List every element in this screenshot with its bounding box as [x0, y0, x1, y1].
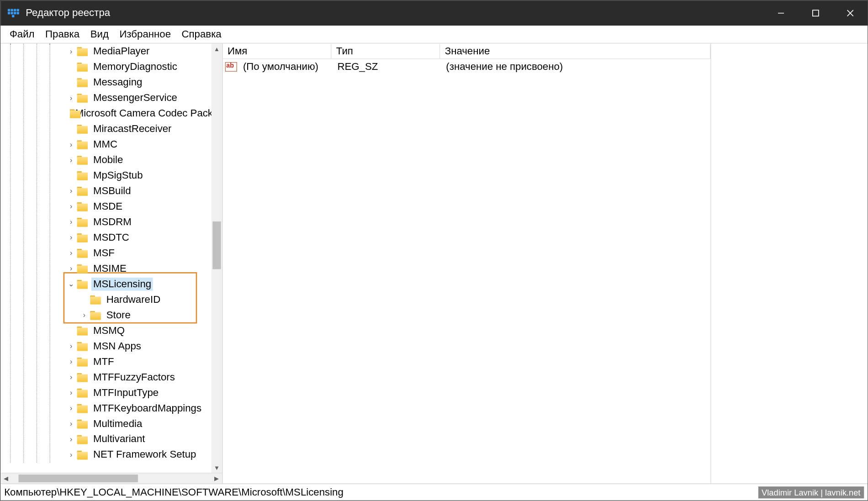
- chevron-right-icon[interactable]: ›: [66, 435, 76, 443]
- registry-tree[interactable]: ›MediaPlayer›MemoryDiagnostic›Messaging›…: [0, 43, 211, 473]
- menu-file[interactable]: Файл: [4, 26, 40, 42]
- tree-item[interactable]: ›MSDE: [0, 199, 211, 214]
- tree-item[interactable]: ›NET Framework Setup: [0, 447, 211, 463]
- tree-item[interactable]: ›MSBuild: [0, 183, 211, 199]
- values-list[interactable]: (По умолчанию) REG_SZ (значение не присв…: [223, 59, 711, 483]
- chevron-right-icon[interactable]: ›: [66, 233, 76, 242]
- tree-item[interactable]: ›MTFFuzzyFactors: [0, 369, 211, 385]
- column-type[interactable]: Тип: [331, 44, 440, 58]
- minimize-button[interactable]: [764, 0, 799, 26]
- tree-item-label: MMC: [91, 138, 119, 151]
- chevron-right-icon[interactable]: ›: [79, 311, 89, 319]
- tree-item-label: MTFInputType: [91, 386, 160, 400]
- tree-item-label: MSF: [91, 247, 116, 260]
- chevron-right-icon[interactable]: ›: [66, 187, 76, 195]
- chevron-down-icon[interactable]: ⌄: [66, 280, 76, 288]
- scroll-track[interactable]: [212, 54, 222, 462]
- tree-item[interactable]: ⌄MSLicensing: [0, 276, 211, 292]
- hscroll-thumb[interactable]: [19, 475, 138, 482]
- tree-item[interactable]: ›Messaging: [0, 74, 211, 90]
- tree-item-label: MSDE: [91, 200, 124, 213]
- tree-item[interactable]: ›MemoryDiagnostic: [0, 59, 211, 74]
- tree-item[interactable]: ›MpSigStub: [0, 168, 211, 183]
- folder-icon: [77, 248, 88, 258]
- tree-item-label: Multimedia: [91, 417, 144, 431]
- folder-icon: [77, 388, 88, 397]
- right-blank-panel: [711, 43, 868, 483]
- tree-item-label: HardwareID: [105, 293, 162, 306]
- folder-icon: [77, 404, 88, 413]
- tree-item-label: MTF: [91, 355, 116, 369]
- hscroll-track[interactable]: [11, 473, 212, 483]
- tree-item[interactable]: ›MTFKeyboardMappings: [0, 401, 211, 416]
- tree-item-label: MSDRM: [91, 216, 133, 229]
- tree-item[interactable]: ›Multimedia: [0, 416, 211, 432]
- scroll-right-arrow[interactable]: ▶: [212, 473, 222, 483]
- value-type: REG_SZ: [333, 60, 441, 74]
- tree-item-label: MTFFuzzyFactors: [91, 371, 177, 384]
- tree-item[interactable]: ›Multivariant: [0, 432, 211, 447]
- chevron-right-icon[interactable]: ›: [66, 47, 76, 55]
- tree-item[interactable]: ›Store: [0, 307, 211, 323]
- chevron-right-icon[interactable]: ›: [66, 389, 76, 397]
- value-row[interactable]: (По умолчанию) REG_SZ (значение не присв…: [223, 59, 711, 74]
- menu-favorites[interactable]: Избранное: [114, 26, 176, 42]
- chevron-right-icon[interactable]: ›: [66, 358, 76, 366]
- menu-help[interactable]: Справка: [176, 26, 227, 42]
- tree-item[interactable]: ›MSMQ: [0, 323, 211, 338]
- tree-item[interactable]: ›MiracastReceiver: [0, 121, 211, 137]
- chevron-right-icon[interactable]: ›: [66, 404, 76, 412]
- tree-item[interactable]: ›MediaPlayer: [0, 43, 211, 59]
- app-icon: [6, 6, 20, 20]
- chevron-right-icon[interactable]: ›: [66, 373, 76, 381]
- scroll-down-arrow[interactable]: ▼: [212, 462, 222, 473]
- menu-view[interactable]: Вид: [85, 26, 114, 42]
- scroll-up-arrow[interactable]: ▲: [212, 43, 222, 54]
- column-name[interactable]: Имя: [223, 44, 332, 58]
- value-name: (По умолчанию): [238, 60, 333, 74]
- tree-item-label: Multivariant: [91, 433, 147, 446]
- folder-icon: [77, 78, 88, 87]
- maximize-button[interactable]: [798, 0, 833, 26]
- chevron-right-icon[interactable]: ›: [66, 420, 76, 428]
- tree-item-label: Mobile: [91, 153, 125, 167]
- folder-icon: [77, 217, 88, 227]
- chevron-right-icon[interactable]: ›: [66, 94, 76, 102]
- chevron-right-icon[interactable]: ›: [66, 451, 76, 459]
- tree-item[interactable]: ›MSIME: [0, 261, 211, 276]
- tree-item[interactable]: ›MTF: [0, 354, 211, 369]
- chevron-right-icon[interactable]: ›: [66, 156, 76, 164]
- tree-item[interactable]: ›HardwareID: [0, 292, 211, 307]
- tree-item[interactable]: ›Microsoft Camera Codec Pack: [0, 105, 211, 121]
- folder-icon: [77, 202, 88, 211]
- tree-item[interactable]: ›MMC: [0, 137, 211, 152]
- chevron-right-icon[interactable]: ›: [66, 218, 76, 226]
- scroll-left-arrow[interactable]: ◀: [0, 473, 11, 483]
- folder-icon: [77, 155, 88, 164]
- tree-item[interactable]: ›MTFInputType: [0, 385, 211, 401]
- tree-horizontal-scrollbar[interactable]: ◀ ▶: [0, 473, 222, 484]
- column-value[interactable]: Значение: [440, 44, 710, 58]
- tree-item-label: MSMQ: [91, 324, 127, 338]
- folder-icon: [77, 326, 88, 335]
- tree-item[interactable]: ›MSDRM: [0, 214, 211, 230]
- tree-item[interactable]: ›MSF: [0, 245, 211, 261]
- chevron-right-icon[interactable]: ›: [66, 264, 76, 273]
- chevron-right-icon[interactable]: ›: [66, 202, 76, 211]
- status-path: Компьютер\HKEY_LOCAL_MACHINE\SOFTWARE\Mi…: [4, 486, 344, 498]
- tree-item[interactable]: ›MessengerService: [0, 90, 211, 105]
- menu-edit[interactable]: Правка: [40, 26, 85, 42]
- close-button[interactable]: [833, 0, 868, 26]
- tree-item[interactable]: ›MSN Apps: [0, 338, 211, 354]
- tree-item-label: MSDTC: [91, 231, 131, 244]
- tree-vertical-scrollbar[interactable]: ▲ ▼: [212, 43, 222, 473]
- folder-icon: [77, 140, 88, 149]
- scroll-thumb[interactable]: [212, 221, 221, 269]
- values-header: Имя Тип Значение: [223, 43, 711, 59]
- tree-item-label: MSIME: [91, 262, 128, 275]
- chevron-right-icon[interactable]: ›: [66, 249, 76, 257]
- chevron-right-icon[interactable]: ›: [66, 140, 76, 148]
- tree-item[interactable]: ›MSDTC: [0, 230, 211, 245]
- chevron-right-icon[interactable]: ›: [66, 342, 76, 350]
- tree-item[interactable]: ›Mobile: [0, 152, 211, 168]
